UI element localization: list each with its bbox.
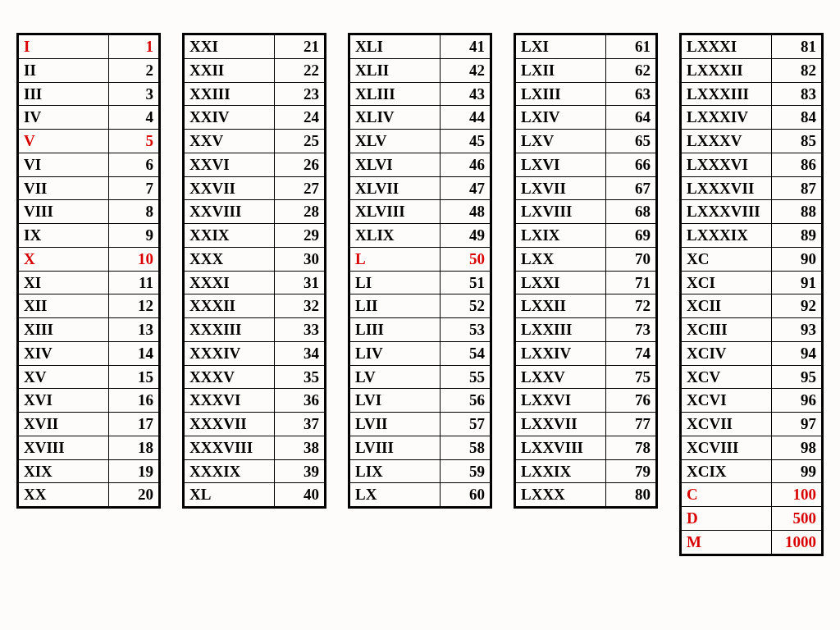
value-cell: 53 (440, 318, 491, 342)
roman-numeral-cell: LXXXIV (681, 106, 772, 130)
value-cell: 84 (771, 106, 822, 130)
table-row: LXXIV74 (515, 341, 657, 365)
roman-numeral-cell: LXVII (515, 176, 606, 200)
table-row: LXVII67 (515, 176, 657, 200)
roman-numeral-cell: XXXI (184, 271, 275, 294)
table-row: LI51 (349, 271, 491, 294)
table-row: LXXXIII83 (681, 82, 823, 106)
roman-numeral-cell: XIII (18, 318, 109, 342)
roman-numeral-cell: XLV (349, 130, 441, 153)
roman-numeral-cell: XXII (184, 58, 275, 82)
table-row: XLVIII48 (349, 200, 491, 224)
table-row: LXX70 (515, 247, 657, 271)
table-row: LXXV75 (515, 365, 657, 389)
roman-numeral-cell: LXXXVIII (681, 200, 772, 224)
table-row: III3 (18, 82, 160, 106)
table-row: LXVIII68 (515, 200, 657, 224)
roman-numeral-cell: LVI (349, 389, 441, 413)
table-row: XXXVIII38 (184, 436, 326, 459)
column-5: LXXXI81LXXXII82LXXXIII83LXXXIV84LXXXV85L… (679, 33, 824, 556)
roman-numeral-cell: IX (18, 224, 109, 248)
table-row: XXII22 (184, 58, 326, 82)
column-1: I1II2III3IV4V5VI6VII7VIII8IX9X10XI11XII1… (16, 33, 161, 509)
roman-numeral-cell: LXV (515, 130, 606, 153)
roman-numeral-cell: XCIII (681, 318, 772, 342)
table-row: XXIX29 (184, 224, 326, 248)
roman-numeral-cell: M (681, 530, 772, 555)
roman-numeral-cell: XLVII (349, 176, 441, 200)
value-cell: 58 (440, 436, 491, 459)
value-cell: 47 (440, 176, 491, 200)
value-cell: 99 (771, 459, 822, 483)
table-row: LV55 (349, 365, 491, 389)
value-cell: 79 (605, 459, 656, 483)
roman-numeral-cell: L (349, 247, 441, 271)
roman-numeral-cell: XXIII (184, 82, 275, 106)
value-cell: 38 (274, 436, 325, 459)
roman-numeral-cell: XCVII (681, 413, 772, 436)
value-cell: 18 (108, 436, 159, 459)
table-row: LXIV64 (515, 106, 657, 130)
value-cell: 11 (108, 271, 159, 294)
table-row: LIII53 (349, 318, 491, 342)
roman-numeral-cell: LXXXI (681, 34, 772, 59)
roman-numeral-cell: XVII (18, 413, 109, 436)
roman-numeral-cell: LXXXIX (681, 224, 772, 248)
value-cell: 15 (108, 365, 159, 389)
value-cell: 87 (771, 176, 822, 200)
table-row: XCII92 (681, 294, 823, 318)
value-cell: 42 (440, 58, 491, 82)
value-cell: 28 (274, 200, 325, 224)
table-row: LVI56 (349, 389, 491, 413)
table-row: LXVI66 (515, 153, 657, 176)
table-row: LXXX80 (515, 483, 657, 508)
table-row: VI6 (18, 153, 160, 176)
table-row: LXV65 (515, 130, 657, 153)
value-cell: 31 (274, 271, 325, 294)
table-row: XLVI46 (349, 153, 491, 176)
roman-numeral-cell: XIX (18, 459, 109, 483)
table-row: XLI41 (349, 34, 491, 59)
table-row: XXIII23 (184, 82, 326, 106)
value-cell: 83 (771, 82, 822, 106)
table-row: LX60 (349, 483, 491, 508)
roman-numeral-cell: LX (349, 483, 441, 508)
roman-numeral-cell: LIII (349, 318, 441, 342)
value-cell: 71 (605, 271, 656, 294)
roman-numeral-cell: XXIX (184, 224, 275, 248)
table-row: XXV25 (184, 130, 326, 153)
roman-numeral-cell: LXIII (515, 82, 606, 106)
value-cell: 1 (108, 34, 159, 59)
table-row: LXIII63 (515, 82, 657, 106)
roman-numeral-cell: LXXVIII (515, 436, 606, 459)
roman-numeral-cell: VII (18, 176, 109, 200)
table-row: XLII42 (349, 58, 491, 82)
value-cell: 52 (440, 294, 491, 318)
roman-numeral-cell: XVI (18, 389, 109, 413)
table-row: C100 (681, 483, 823, 507)
table-row: XXX30 (184, 247, 326, 271)
value-cell: 44 (440, 106, 491, 130)
value-cell: 2 (108, 58, 159, 82)
roman-numeral-cell: XLVIII (349, 200, 441, 224)
value-cell: 56 (440, 389, 491, 413)
roman-numeral-cell: XXXIII (184, 318, 275, 342)
value-cell: 61 (605, 34, 656, 59)
roman-numeral-cell: XV (18, 365, 109, 389)
table-row: XVII17 (18, 413, 160, 436)
value-cell: 51 (440, 271, 491, 294)
value-cell: 55 (440, 365, 491, 389)
value-cell: 14 (108, 341, 159, 365)
roman-numeral-cell: XVIII (18, 436, 109, 459)
value-cell: 67 (605, 176, 656, 200)
roman-numeral-cell: XXXV (184, 365, 275, 389)
value-cell: 19 (108, 459, 159, 483)
value-cell: 9 (108, 224, 159, 248)
table-row: XCVII97 (681, 413, 823, 436)
table-row: XXXVI36 (184, 389, 326, 413)
roman-numeral-cell: XXXVII (184, 413, 275, 436)
table-row: XXVI26 (184, 153, 326, 176)
table-row: XIX19 (18, 459, 160, 483)
value-cell: 70 (605, 247, 656, 271)
value-cell: 68 (605, 200, 656, 224)
